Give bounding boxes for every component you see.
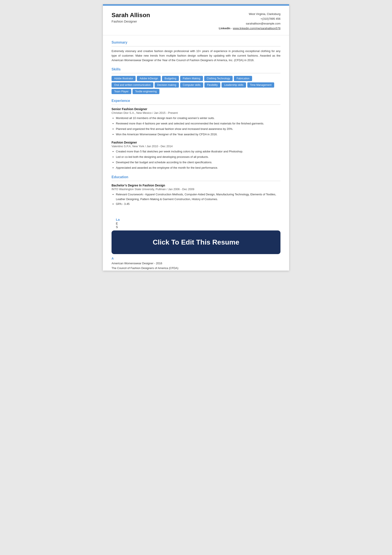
- education-item: Bachelor’s Degree In Fashion Design INTO…: [112, 184, 280, 206]
- awards-partial-title: A: [112, 257, 280, 260]
- header-section: Sarah Allison Fashion Designer West Virg…: [103, 6, 289, 35]
- skill-badge: Team Player: [112, 89, 131, 94]
- phone: +(310)7895 456: [219, 16, 280, 21]
- skill-badge: Fabrication: [234, 76, 252, 81]
- partial-languages: La E S: [103, 218, 289, 229]
- skill-badge: Oral and written communication: [112, 82, 153, 88]
- skill-badge: Clothing Technology: [204, 76, 233, 81]
- exp-bullet: Created more than 5 flat sketches per we…: [116, 149, 280, 154]
- exp-company: Valentino S.P.A, New York / Jan 2010 - D…: [112, 145, 280, 148]
- skill-badge: Time Management: [247, 82, 274, 88]
- skills-container: Adobe IllustratorAdobe InDesignBudgeting…: [112, 76, 280, 94]
- languages-title-partial: La: [112, 218, 280, 221]
- experience-section: Experience Senior Fashion Designer Chris…: [112, 99, 280, 170]
- header-right: West Virginia, Clarksburg +(310)7895 456…: [219, 12, 280, 31]
- skill-badge: Decision making: [155, 82, 179, 88]
- exp-bullets: Created more than 5 flat sketches per we…: [112, 149, 280, 170]
- exp-bullet: Monitored all 10 members of the design t…: [116, 116, 280, 121]
- experience-title: Experience: [112, 99, 280, 103]
- exp-bullet: Developed the fair budget and schedule a…: [116, 160, 280, 165]
- linkedin-label: LinkedIn: [219, 27, 230, 30]
- linkedin-url[interactable]: www.linkedin.com/me/sarahallison578: [233, 27, 280, 30]
- exp-bullet: Reviewed more than 4 fashions per week a…: [116, 121, 280, 126]
- award-item-2: The Council of Fashion Designers of Amer…: [112, 266, 280, 270]
- edu-bullet: Relevant Coursework:- Apparel Constructi…: [116, 192, 280, 202]
- experience-item: Senior Fashion Designer Christian Dior S…: [112, 107, 280, 137]
- cta-wrapper[interactable]: Click To Edit This Resume: [107, 230, 285, 254]
- education-section: Education Bachelor’s Degree In Fashion D…: [112, 175, 280, 206]
- experience-divider: [112, 104, 280, 105]
- summary-title: Summary: [112, 41, 280, 44]
- skill-badge: Computer skills: [180, 82, 203, 88]
- exp-bullet: Planned and organized the first annual f…: [116, 127, 280, 131]
- candidate-name: Sarah Allison: [112, 12, 150, 19]
- skill-badge: Pattern Making: [180, 76, 203, 81]
- skill-badge: Adobe Illustrator: [112, 76, 135, 81]
- experience-items: Senior Fashion Designer Christian Dior S…: [112, 107, 280, 170]
- skills-section: Skills Adobe IllustratorAdobe InDesignBu…: [112, 67, 280, 94]
- exp-bullet: Led or co-led both the designing and dev…: [116, 154, 280, 159]
- main-content: Summary Extremely visionary and creative…: [103, 35, 289, 218]
- location: West Virginia, Clarksburg: [219, 12, 280, 16]
- resume-page: Sarah Allison Fashion Designer West Virg…: [103, 4, 289, 270]
- skill-badge: Flexibility: [204, 82, 220, 88]
- edu-degree: Bachelor’s Degree In Fashion Design: [112, 184, 280, 187]
- awards-section: A American Womenswear Designer - 2016 Th…: [103, 257, 289, 270]
- skills-title: Skills: [112, 67, 280, 71]
- languages-s-partial: S: [112, 225, 280, 229]
- exp-job-title: Senior Fashion Designer: [112, 107, 280, 111]
- edu-bullet: GPA:- 3.45: [116, 202, 280, 206]
- exp-job-title: Fashion Designer: [112, 141, 280, 144]
- skill-badge: Adobe InDesign: [137, 76, 160, 81]
- edu-bullets: Relevant Coursework:- Apparel Constructi…: [112, 192, 280, 206]
- exp-company: Christian Dior S.A., New Mexico / Jan 20…: [112, 111, 280, 115]
- skill-badge: Textile engineering: [133, 89, 159, 94]
- cta-banner[interactable]: Click To Edit This Resume: [112, 230, 280, 254]
- candidate-title: Fashion Designer: [112, 20, 150, 23]
- exp-bullets: Monitored all 10 members of the design t…: [112, 116, 280, 137]
- linkedin-line: LinkedIn - www.linkedin.com/me/sarahalli…: [219, 26, 280, 31]
- exp-bullet: Appreciated and awarded as the employee …: [116, 165, 280, 170]
- skill-badge: Budgeting: [162, 76, 179, 81]
- education-items: Bachelor’s Degree In Fashion Design INTO…: [112, 184, 280, 206]
- cta-text[interactable]: Click To Edit This Resume: [116, 238, 276, 246]
- education-divider: [112, 181, 280, 181]
- linkedin-separator: -: [230, 27, 233, 30]
- skill-badge: Leadership skills: [221, 82, 246, 88]
- exp-bullet: Won the American Womenswear Designer of …: [116, 132, 280, 137]
- summary-section: Summary Extremely visionary and creative…: [112, 41, 280, 62]
- award-item-1: American Womenswear Designer - 2016: [112, 261, 280, 266]
- skills-divider: [112, 73, 280, 73]
- header-left: Sarah Allison Fashion Designer: [112, 12, 150, 23]
- edu-institution: INTO Washington State University, Pullma…: [112, 188, 280, 191]
- summary-divider: [112, 46, 280, 46]
- education-title: Education: [112, 175, 280, 179]
- email: sarahallison@example.com: [219, 21, 280, 26]
- summary-text: Extremely visionary and creative fashion…: [112, 49, 280, 62]
- languages-e-partial: E: [112, 222, 280, 225]
- experience-item: Fashion Designer Valentino S.P.A, New Yo…: [112, 141, 280, 170]
